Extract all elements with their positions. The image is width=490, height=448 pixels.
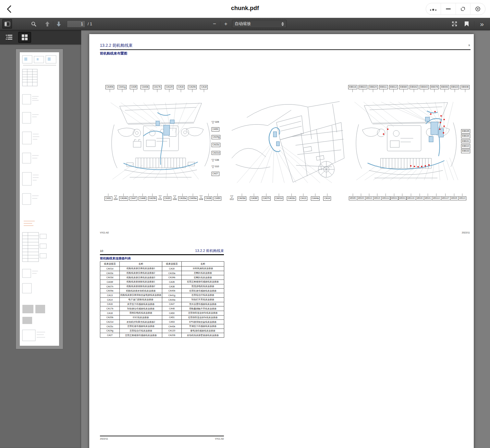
connector-id-cell: CA34b [162, 275, 182, 280]
table-row: CA09a 机舱线束接发动机线束连接器 CA40b 右前轮速传感器线束连接器 [100, 289, 224, 293]
callout-label: EBS16 [348, 85, 357, 92]
table-row: CA17b 制动液位传感器线束连接器 CA48 前舱盖接触开关线束连接器 [100, 306, 224, 311]
heading-rule-p9 [100, 49, 471, 50]
close-button[interactable] [470, 3, 485, 15]
connector-id-cell: CA48 [162, 306, 182, 311]
connector-id-cell: CA09a [100, 289, 120, 293]
connector-name-cell: 左前正面碰撞传感器线束连接器 [120, 333, 162, 338]
connector-id-cell: CA21d [100, 320, 120, 324]
callout-label: ▽CA38 [204, 193, 212, 201]
callout-label: CA16 [177, 85, 185, 92]
pdf-viewer-area[interactable]: 13.2.2 前机舱线束 9 前机舱线束布置图 CA40bCA41gCA35CA… [81, 30, 490, 448]
connector-id-cell: CA17b [100, 306, 120, 311]
callout-label: ▽EBS111 [381, 193, 390, 200]
connector-id-cell: CA02e [100, 271, 120, 275]
connector-id-cell: CA20b [100, 315, 120, 320]
table-row: CA02e 机舱线束接仪表线束连接器2 CA33a 左喇叭线束连接器 [100, 271, 224, 275]
connector-name-cell: 机舱线束接仪表线束连接器1 [120, 267, 162, 271]
callout-label: ▽EBS80 [349, 193, 357, 200]
connector-name-cell: EPS接保险丝盒线束连接器 [182, 320, 224, 324]
connector-name-cell: 空调压力传感器线束连接器 [182, 324, 224, 329]
previous-page-button[interactable] [43, 19, 52, 29]
next-page-button[interactable] [54, 19, 64, 29]
connector-id-cell: CA16 [100, 302, 120, 306]
connector-id-cell: CA206 [162, 333, 182, 338]
more-button[interactable] [426, 3, 441, 15]
connector-id-cell: CA38 [162, 284, 182, 289]
outline-view-button[interactable] [3, 32, 16, 43]
table-row: CA27 左前正面碰撞传感器线束连接器 CA206 发动机线束接变速器线束连接器 [100, 333, 224, 338]
ground-icon: ▽ [173, 195, 176, 198]
connector-name-cell: 制动液位传感器线束连接器 [120, 306, 162, 311]
col-header: 线束连接器 [100, 262, 120, 267]
col-header: 线束连接器 [162, 262, 182, 267]
connector-name-cell: 室外温度传感器线束连接器 [182, 302, 224, 306]
callout-label: CA43k [141, 85, 149, 92]
connector-id-cell: CA47 [162, 302, 182, 306]
connector-name-cell: 蓄电池传感器线束连接器 [182, 329, 224, 333]
thumbnails-grid-icon [21, 34, 28, 41]
minimize-icon [446, 8, 451, 9]
callout-label: ▽CA14 [323, 193, 331, 201]
table-row: CA14 电子油门踏板线束连接器 CA44a 制动灯开关线束连接器 [100, 297, 224, 302]
callout-label: CA18 [200, 85, 208, 92]
zoom-in-button[interactable]: + [221, 19, 231, 29]
thumbnails-view-button[interactable] [18, 32, 31, 43]
callout-label: CA41g [117, 85, 126, 92]
connector-name-cell: 制动灯开关线束连接器 [182, 297, 224, 302]
connector-id-cell: CA07h [100, 284, 120, 289]
callout-label: EBS42 [410, 85, 419, 92]
bookmark-button[interactable] [462, 19, 472, 29]
connector-name-cell: 冷却风扇线束连接器 [182, 267, 224, 271]
callout-label: EBS11 [379, 85, 388, 92]
page-thumbnail[interactable] [16, 49, 63, 349]
connector-id-cell: CA13 [100, 293, 120, 298]
table-row: CA23c 左前轮速传感器线束连接器 CA43k 空调压力传感器线束连接器 [100, 324, 224, 329]
sidebar-view-switcher [0, 30, 81, 44]
table-row: CA21d 发动机控制单元线束连接器2 CA53 EPS接保险丝盒线束连接器 [100, 320, 224, 324]
minimize-button[interactable] [441, 3, 456, 15]
restore-button[interactable] [456, 3, 471, 15]
callout-label: EBS31 [461, 139, 470, 143]
connector-table: 线束连接器 名称 线束连接器 名称 CA01d 机舱线束接仪表线束连接器1 CA… [100, 261, 224, 338]
connector-name-cell: 前洗涤电机线束连接器 [182, 284, 224, 289]
callout-label: ▽CA206 [148, 193, 157, 201]
callout-row-top: CA40bCA41gCA35CA43kCA17bCA120CA16CA20bCA… [105, 85, 208, 92]
connector-name-cell: 前雨刮电机线束连接器 [120, 311, 162, 315]
connector-name-cell: 左喇叭线束连接器 [182, 271, 224, 275]
sidebar-toggle-button[interactable] [2, 19, 12, 29]
callout-label: ▽G08 [199, 195, 203, 201]
layout-figure-title: 前机舱线束布置图 [100, 51, 127, 56]
callout-row-bottom: ▽EBS80▽EBS44▽EBS13▽EBS15▽EBS111▽EBS01▽EB… [349, 193, 466, 200]
connector-name-cell: 左前组合灯线束连接器 [120, 329, 162, 333]
zoom-out-button[interactable]: − [210, 19, 219, 29]
callout-label: CA35 [130, 85, 138, 92]
table-row: CA18 前雨刮电机线束连接器 CA50 左前倒车雷达探头线束连接器 [100, 311, 224, 315]
connector-name-cell: 右前正面碰撞传感器线束连接器 [182, 280, 224, 284]
connector-id-cell: CA51 [162, 315, 182, 320]
table-row: CA13 机舱线束接仪表保险丝盒电源线束连接器 CA41g 右前组合灯线束连接器 [100, 293, 224, 298]
connector-name-cell: 前舱盖接触开关线束连接器 [182, 306, 224, 311]
arrow-down-icon [56, 21, 61, 27]
callout-row-bottom: ▽CA51▽G04▽CA34b▽CA47▽CA48▽CA206▽G11▽CA30… [104, 193, 221, 201]
connector-name-cell: 真空压力传感器线束连接器 [120, 302, 162, 306]
presentation-mode-button[interactable] [449, 19, 459, 29]
callout-label: ▽EBS100 [407, 193, 416, 200]
callout-label: ▽EBS41 [424, 193, 432, 200]
connector-id-cell: CA06f [100, 280, 120, 284]
more-dots-icon [430, 6, 437, 12]
table-row: CA24g 左前组合灯线束连接器 CA120 蓄电池传感器线束连接器 [100, 329, 224, 333]
callout-label: ▽EBS15 [373, 193, 381, 200]
zoom-select[interactable]: 自动缩放 [232, 20, 287, 28]
search-button[interactable] [29, 19, 39, 29]
page-number-input[interactable] [67, 20, 85, 28]
more-tools-button[interactable]: » [477, 19, 487, 29]
callout-label: ▽CA06f [250, 193, 258, 201]
callout-label: ▽EBS13 [365, 193, 373, 200]
ground-icon: ▽ [200, 195, 202, 198]
callout-label: ▽CA02e [287, 193, 296, 201]
callout-label: ▽G12 [230, 195, 234, 201]
connector-table-title: 前机舱线束连接器列表 [100, 256, 131, 261]
target-icon [475, 6, 481, 12]
callout-label: CA120 [165, 85, 174, 92]
